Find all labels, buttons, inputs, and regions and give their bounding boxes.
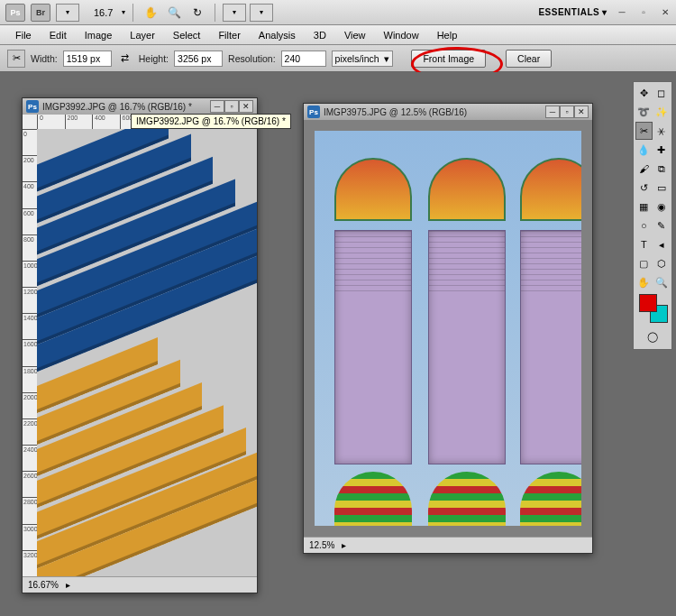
screen-mode-flydown[interactable]: ▾ [250, 4, 273, 22]
tools-panel: ✥ ◻ ➰ ✨ ✂ ⚹ 💧 ✚ 🖌 ⧉ ↺ ▭ ▦ ◉ ○ ✎ T ◂ ▢ ⬡ … [633, 81, 672, 350]
doc2-status: 12.5% ▸ [304, 537, 592, 553]
doc1-tooltip: IMGP3992.JPG @ 16.7% (RGB/16) * [131, 114, 291, 129]
ps-icon[interactable]: Ps [5, 4, 25, 22]
doc2-maximize-icon[interactable]: ▫ [560, 106, 574, 118]
brush-tool[interactable]: 🖌 [635, 160, 653, 178]
resolution-label: Resolution: [228, 53, 276, 64]
app-bar: Ps Br ▾ 16.7 ▾ ✋ 🔍 ↻ ▾ ▾ ESSENTIALS ▾ ─ … [0, 0, 676, 25]
workspace-switcher[interactable]: ESSENTIALS ▾ [538, 7, 607, 17]
height-label: Height: [139, 53, 169, 64]
menu-bar: File Edit Image Layer Select Filter Anal… [0, 25, 676, 45]
swap-dims-icon[interactable]: ⇄ [117, 51, 133, 67]
ps-doc-icon: Ps [307, 106, 320, 118]
doc2-minimize-icon[interactable]: ─ [545, 106, 560, 118]
menu-layer[interactable]: Layer [122, 28, 163, 42]
menu-view[interactable]: View [336, 28, 374, 42]
doc1-status: 16.67% ▸ [23, 576, 257, 593]
dodge-tool[interactable]: ○ [635, 216, 653, 234]
history-brush-tool[interactable]: ↺ [635, 179, 653, 197]
shape-tool[interactable]: ▢ [635, 254, 653, 272]
width-label: Width: [31, 53, 58, 64]
marquee-tool[interactable]: ◻ [653, 84, 671, 102]
blur-tool[interactable]: ◉ [653, 198, 671, 216]
zoom-dropdown-icon[interactable]: ▾ [122, 8, 125, 16]
layout-flydown[interactable]: ▾ [56, 4, 79, 22]
spot-heal-tool[interactable]: ✚ [653, 141, 671, 159]
front-image-button[interactable]: Front Image [411, 50, 486, 68]
eyedropper-tool[interactable]: 💧 [635, 141, 653, 159]
crop-tool[interactable]: ✂ [635, 122, 653, 140]
bridge-icon[interactable]: Br [31, 4, 50, 22]
menu-window[interactable]: Window [376, 28, 427, 42]
doc2-titlebar[interactable]: Ps IMGP3975.JPG @ 12.5% (RGB/16) ─ ▫ ✕ [304, 104, 592, 120]
hand-icon[interactable]: ✋ [141, 4, 160, 22]
document-window-1[interactable]: Ps IMGP3992.JPG @ 16.7% (RGB/16) * ─ ▫ ✕… [22, 97, 258, 593]
doc2-status-flyout-icon[interactable]: ▸ [342, 540, 346, 550]
doc1-minimize-icon[interactable]: ─ [210, 100, 224, 113]
restore-app-icon[interactable]: ▫ [636, 6, 651, 19]
hand-tool[interactable]: ✋ [635, 273, 653, 291]
zoom-tool[interactable]: 🔍 [653, 273, 671, 291]
eraser-tool[interactable]: ▭ [653, 179, 671, 197]
quickmask-icon[interactable]: ◯ [635, 326, 670, 347]
pen-tool[interactable]: ✎ [653, 216, 671, 234]
doc1-ruler-vertical[interactable]: 0200 400600 8001000 12001400 16001800 20… [23, 129, 37, 576]
doc2-title: IMGP3975.JPG @ 12.5% (RGB/16) [324, 107, 542, 117]
workspace: Ps IMGP3992.JPG @ 16.7% (RGB/16) * ─ ▫ ✕… [0, 72, 676, 616]
clear-button[interactable]: Clear [506, 50, 552, 68]
stamp-tool[interactable]: ⧉ [653, 160, 671, 178]
menu-select[interactable]: Select [165, 28, 209, 42]
resolution-unit-select[interactable]: pixels/inch ▾ [332, 51, 394, 67]
doc1-title: IMGP3992.JPG @ 16.7% (RGB/16) * [42, 102, 206, 112]
close-app-icon[interactable]: ✕ [658, 6, 672, 19]
doc2-canvas[interactable] [304, 120, 592, 537]
doc1-close-icon[interactable]: ✕ [239, 100, 253, 113]
gradient-tool[interactable]: ▦ [635, 198, 653, 216]
height-input[interactable] [174, 51, 223, 67]
minimize-app-icon[interactable]: ─ [615, 6, 629, 19]
doc1-status-flyout-icon[interactable]: ▸ [66, 580, 70, 590]
width-input[interactable] [63, 51, 112, 67]
options-bar: ✂ Width: ⇄ Height: Resolution: pixels/in… [0, 45, 676, 72]
zoom-level[interactable]: 16.7 [94, 7, 113, 18]
type-tool[interactable]: T [635, 235, 653, 253]
doc1-maximize-icon[interactable]: ▫ [224, 100, 239, 113]
path-select-tool[interactable]: ◂ [653, 235, 671, 253]
menu-file[interactable]: File [7, 28, 40, 42]
3d-tool[interactable]: ⬡ [653, 254, 671, 272]
menu-edit[interactable]: Edit [41, 28, 75, 42]
ps-doc-icon: Ps [26, 100, 39, 113]
move-tool[interactable]: ✥ [635, 84, 653, 102]
doc1-titlebar[interactable]: Ps IMGP3992.JPG @ 16.7% (RGB/16) * ─ ▫ ✕ [23, 98, 257, 115]
menu-filter[interactable]: Filter [210, 28, 248, 42]
rotate-view-icon[interactable]: ↻ [187, 4, 207, 22]
doc2-zoom-readout[interactable]: 12.5% [309, 540, 334, 550]
color-swatch[interactable] [635, 292, 670, 325]
slice-tool[interactable]: ⚹ [653, 122, 671, 140]
doc1-canvas[interactable] [37, 129, 257, 576]
zoom-tool-icon[interactable]: 🔍 [164, 4, 184, 22]
menu-analysis[interactable]: Analysis [251, 28, 304, 42]
fg-color-icon[interactable] [639, 294, 657, 312]
arrange-flydown[interactable]: ▾ [223, 4, 246, 22]
lasso-tool[interactable]: ➰ [635, 103, 653, 121]
document-window-2[interactable]: Ps IMGP3975.JPG @ 12.5% (RGB/16) ─ ▫ ✕ [303, 103, 593, 554]
wand-tool[interactable]: ✨ [653, 103, 671, 121]
doc1-zoom-readout[interactable]: 16.67% [28, 580, 59, 590]
menu-image[interactable]: Image [77, 28, 121, 42]
crop-tool-preset-icon[interactable]: ✂ [7, 50, 25, 68]
menu-help[interactable]: Help [429, 28, 466, 42]
menu-3d[interactable]: 3D [306, 28, 334, 42]
doc2-close-icon[interactable]: ✕ [574, 106, 589, 118]
resolution-input[interactable] [281, 51, 326, 67]
